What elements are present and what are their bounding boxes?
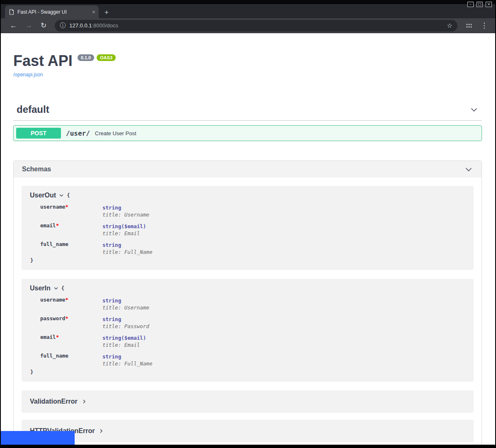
- schemas-body: UserOut { username* string ti: [14, 178, 481, 445]
- property-list: username* string title: Username email* …: [40, 204, 465, 255]
- property-title: title: Email: [102, 230, 146, 236]
- required-star: *: [65, 297, 68, 303]
- version-badge: 0.1.0: [78, 54, 94, 61]
- tag-section-default: default POST /user/ Create User Post: [13, 100, 482, 141]
- openapi-json-link[interactable]: /openapi.json: [13, 72, 43, 78]
- bookmark-star-icon[interactable]: ☆: [447, 22, 452, 29]
- property-name-text: username: [40, 204, 65, 210]
- window-titlebar: – □ ×: [1, 0, 495, 4]
- tab-strip: Fast API - Swagger UI × +: [1, 4, 495, 18]
- property-name-text: password: [40, 315, 65, 321]
- reload-icon[interactable]: ↻: [41, 22, 46, 29]
- property-type: string($email): [102, 334, 146, 341]
- close-brace: }: [30, 369, 465, 375]
- browser-toolbar: ← → ↻ ⓘ 127.0.0.1:8000/docs ☆ ⋮: [1, 18, 495, 33]
- close-button[interactable]: ×: [486, 2, 492, 7]
- tag-default-header[interactable]: default: [13, 100, 482, 121]
- menu-kebab-icon[interactable]: ⋮: [481, 21, 488, 30]
- post-method-badge: POST: [16, 128, 61, 139]
- schemas-title: Schemas: [22, 166, 51, 173]
- close-brace: }: [30, 258, 465, 263]
- property-title: title: Username: [102, 212, 149, 218]
- maximize-button[interactable]: □: [477, 2, 483, 7]
- property-row: username* string title: Username: [40, 204, 465, 218]
- url-host: 127.0.0.1: [69, 22, 92, 29]
- schemas-header[interactable]: Schemas: [14, 161, 481, 178]
- property-name: full_name: [40, 353, 102, 367]
- opblock-post-user[interactable]: POST /user/ Create User Post: [13, 125, 482, 141]
- property-type: string: [102, 353, 152, 360]
- property-detail: string($email) title: Email: [102, 334, 146, 348]
- property-name-text: username: [40, 297, 65, 303]
- property-row: password* string title: Password: [40, 315, 465, 329]
- tab-fast-api[interactable]: Fast API - Swagger UI ×: [5, 5, 99, 18]
- property-title: title: Username: [102, 304, 149, 311]
- property-name: full_name: [40, 241, 102, 255]
- tab-title: Fast API - Swagger UI: [17, 9, 89, 15]
- property-name: email*: [40, 222, 102, 236]
- oas3-badge: OAS3: [97, 54, 116, 61]
- url-text: 127.0.0.1:8000/docs: [69, 22, 118, 29]
- model-userout-toggle[interactable]: UserOut {: [30, 192, 465, 199]
- property-row: full_name string title: Full_Name: [40, 241, 465, 255]
- tag-name: default: [17, 104, 49, 115]
- property-name-text: email: [40, 334, 56, 340]
- page-icon: [9, 9, 14, 15]
- chevron-down-icon[interactable]: [59, 193, 64, 198]
- tab-close-icon[interactable]: ×: [92, 9, 95, 15]
- property-type: string: [102, 297, 149, 304]
- site-info-icon[interactable]: ⓘ: [60, 22, 66, 29]
- property-title: title: Full_Name: [102, 360, 152, 367]
- apps-grid-icon[interactable]: [466, 22, 472, 29]
- property-type: string: [102, 204, 149, 211]
- property-detail: string($email) title: Email: [102, 222, 146, 236]
- browser-window: – □ × Fast API - Swagger UI × + ← → ↻ ⓘ …: [0, 0, 496, 448]
- required-star: *: [56, 334, 59, 340]
- back-icon[interactable]: ←: [10, 22, 17, 29]
- model-userin-toggle[interactable]: UserIn {: [30, 285, 465, 292]
- required-star: *: [65, 315, 68, 321]
- forward-icon[interactable]: →: [25, 22, 32, 29]
- property-detail: string title: Full_Name: [102, 241, 152, 255]
- address-bar[interactable]: ⓘ 127.0.0.1:8000/docs ☆: [55, 20, 457, 32]
- new-tab-button[interactable]: +: [105, 9, 109, 16]
- property-detail: string title: Password: [102, 315, 149, 329]
- property-row: full_name string title: Full_Name: [40, 353, 465, 367]
- property-type: string: [102, 315, 149, 323]
- chevron-down-icon[interactable]: [469, 105, 479, 114]
- property-list: username* string title: Username passwor…: [40, 297, 465, 367]
- model-validationerror[interactable]: ValidationError: [22, 390, 474, 413]
- model-name: UserIn: [30, 285, 51, 292]
- property-name: username*: [40, 297, 102, 311]
- property-name: password*: [40, 315, 102, 329]
- property-type: string: [102, 241, 152, 248]
- chevron-down-icon[interactable]: [53, 286, 58, 291]
- chevron-down-icon[interactable]: [464, 165, 473, 174]
- required-star: *: [56, 222, 59, 229]
- chevron-right-icon[interactable]: [82, 399, 87, 404]
- minimize-button[interactable]: –: [467, 2, 474, 7]
- status-bubble: [1, 431, 75, 445]
- api-header: Fast API 0.1.0 OAS3: [13, 53, 482, 69]
- property-detail: string title: Full_Name: [102, 353, 152, 367]
- property-row: username* string title: Username: [40, 297, 465, 311]
- model-name: UserOut: [30, 192, 56, 199]
- model-userin: UserIn { username* string tit: [22, 279, 474, 382]
- page-content: Fast API 0.1.0 OAS3 /openapi.json defaul…: [1, 33, 495, 445]
- open-brace: {: [61, 285, 64, 291]
- open-brace: {: [67, 192, 70, 198]
- required-star: *: [65, 204, 68, 210]
- property-title: title: Email: [102, 342, 146, 348]
- operation-summary: Create User Post: [95, 130, 136, 136]
- model-httpvalidationerror[interactable]: HTTPValidationError: [22, 420, 474, 442]
- chevron-right-icon[interactable]: [99, 429, 104, 433]
- property-detail: string title: Username: [102, 204, 149, 218]
- swagger-wrapper: Fast API 0.1.0 OAS3 /openapi.json defaul…: [1, 33, 495, 445]
- operation-path: /user/: [66, 129, 90, 137]
- property-title: title: Password: [102, 323, 149, 329]
- property-name: email*: [40, 334, 102, 348]
- url-path: :8000/docs: [92, 22, 118, 29]
- property-type: string($email): [102, 222, 146, 230]
- property-name-text: full_name: [40, 241, 68, 247]
- window-controls: – □ ×: [467, 2, 492, 7]
